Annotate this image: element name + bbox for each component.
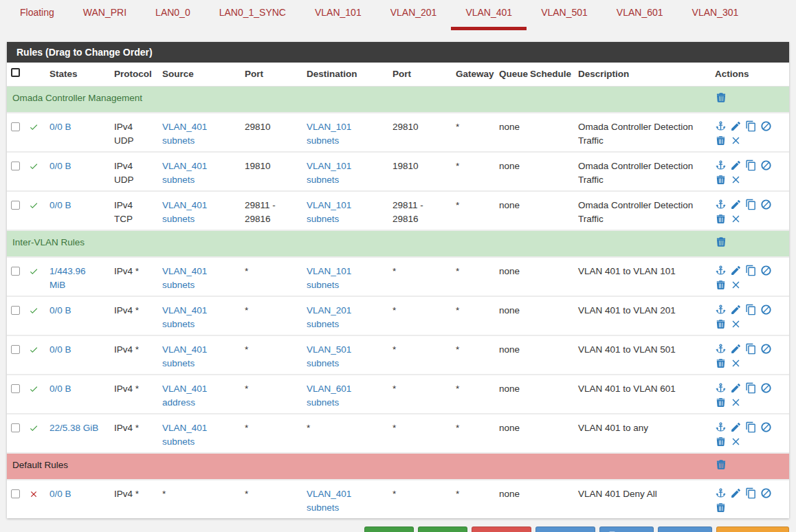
states-link[interactable]: 0/0 B bbox=[49, 161, 71, 171]
delete-icon[interactable] bbox=[715, 502, 727, 513]
rule-row[interactable]: 0/0 BIPv4 TCPVLAN_401 subnets29811 - 298… bbox=[7, 191, 789, 230]
rule-checkbox[interactable] bbox=[11, 201, 20, 210]
anchor-icon[interactable] bbox=[715, 120, 727, 132]
edit-icon[interactable] bbox=[730, 120, 742, 132]
destination-link[interactable]: VLAN_201 subnets bbox=[307, 305, 351, 329]
destination-link[interactable]: VLAN_101 subnets bbox=[307, 266, 351, 290]
rule-row[interactable]: 0/0 BIPv4 *VLAN_401 subnets*VLAN_501 sub… bbox=[7, 335, 789, 375]
delete-icon[interactable] bbox=[715, 318, 727, 330]
destination-link[interactable]: VLAN_101 subnets bbox=[307, 200, 351, 224]
disable-icon[interactable] bbox=[760, 487, 772, 499]
edit-icon[interactable] bbox=[730, 304, 742, 315]
source-link[interactable]: VLAN_401 subnets bbox=[162, 305, 207, 329]
anchor-icon[interactable] bbox=[715, 265, 727, 276]
copy-icon[interactable] bbox=[745, 487, 757, 499]
disable-icon[interactable] bbox=[760, 343, 772, 355]
anchor-icon[interactable] bbox=[715, 199, 727, 210]
copy-icon[interactable] bbox=[745, 265, 757, 276]
disable-icon[interactable] bbox=[760, 199, 772, 210]
delete-button[interactable]: Delete bbox=[472, 527, 531, 532]
rule-checkbox[interactable] bbox=[11, 267, 20, 276]
disable-icon[interactable] bbox=[760, 120, 772, 132]
source-link[interactable]: VLAN_401 subnets bbox=[162, 423, 207, 447]
delete-icon[interactable] bbox=[715, 436, 727, 447]
tab-vlan_601[interactable]: VLAN_601 bbox=[602, 0, 678, 30]
tab-floating[interactable]: Floating bbox=[5, 0, 69, 30]
close-icon[interactable] bbox=[730, 174, 742, 186]
tab-vlan_201[interactable]: VLAN_201 bbox=[376, 0, 452, 30]
tab-vlan_101[interactable]: VLAN_101 bbox=[300, 0, 376, 30]
anchor-icon[interactable] bbox=[715, 304, 727, 315]
rule-row[interactable]: 0/0 BIPv4 UDPVLAN_401 subnets29810VLAN_1… bbox=[7, 113, 789, 152]
rule-row[interactable]: 0/0 BIPv4 ***VLAN_401 subnets**noneVLAN … bbox=[7, 480, 789, 518]
disable-icon[interactable] bbox=[760, 304, 772, 315]
tab-vlan_501[interactable]: VLAN_501 bbox=[527, 0, 602, 30]
source-link[interactable]: VLAN_401 subnets bbox=[162, 344, 207, 368]
select-all-checkbox[interactable] bbox=[11, 68, 20, 77]
rule-row[interactable]: 0/0 BIPv4 *VLAN_401 subnets*VLAN_201 sub… bbox=[7, 296, 789, 335]
disable-icon[interactable] bbox=[760, 265, 772, 276]
rule-row[interactable]: 0/0 BIPv4 *VLAN_401 address*VLAN_601 sub… bbox=[7, 375, 789, 414]
tab-lan0_0[interactable]: LAN0_0 bbox=[141, 0, 205, 30]
toggle-button[interactable]: Toggle bbox=[535, 527, 595, 532]
tab-wan_pri[interactable]: WAN_PRI bbox=[69, 0, 141, 30]
states-link[interactable]: 0/0 B bbox=[49, 489, 71, 499]
disable-icon[interactable] bbox=[760, 159, 772, 171]
delete-icon[interactable] bbox=[715, 91, 727, 104]
close-icon[interactable] bbox=[730, 357, 742, 369]
copy-icon[interactable] bbox=[745, 343, 757, 355]
rule-checkbox[interactable] bbox=[11, 122, 20, 131]
tab-vlan_401[interactable]: VLAN_401 bbox=[451, 0, 527, 30]
close-icon[interactable] bbox=[730, 135, 742, 146]
close-icon[interactable] bbox=[730, 318, 742, 330]
rule-row[interactable]: 0/0 BIPv4 UDPVLAN_401 subnets19810VLAN_1… bbox=[7, 152, 789, 191]
anchor-icon[interactable] bbox=[715, 487, 727, 499]
add-button[interactable]: Add bbox=[364, 527, 414, 532]
close-icon[interactable] bbox=[730, 397, 742, 408]
edit-icon[interactable] bbox=[730, 421, 742, 433]
delete-icon[interactable] bbox=[715, 135, 727, 146]
states-link[interactable]: 0/0 B bbox=[49, 122, 71, 132]
edit-icon[interactable] bbox=[730, 159, 742, 171]
destination-link[interactable]: VLAN_101 subnets bbox=[307, 122, 351, 146]
disable-icon[interactable] bbox=[760, 421, 772, 433]
edit-icon[interactable] bbox=[730, 199, 742, 210]
rule-checkbox[interactable] bbox=[11, 345, 20, 354]
copy-icon[interactable] bbox=[745, 382, 757, 394]
tab-vlan_301[interactable]: VLAN_301 bbox=[678, 0, 753, 30]
source-link[interactable]: VLAN_401 subnets bbox=[162, 266, 207, 290]
anchor-icon[interactable] bbox=[715, 159, 727, 171]
copy-icon[interactable] bbox=[745, 120, 757, 132]
states-link[interactable]: 1/443.96 MiB bbox=[49, 266, 86, 290]
source-link[interactable]: VLAN_401 subnets bbox=[162, 200, 207, 224]
anchor-icon[interactable] bbox=[715, 343, 727, 355]
delete-icon[interactable] bbox=[715, 397, 727, 408]
close-icon[interactable] bbox=[730, 279, 742, 291]
edit-icon[interactable] bbox=[730, 265, 742, 276]
rule-row[interactable]: 1/443.96 MiBIPv4 *VLAN_401 subnets*VLAN_… bbox=[7, 257, 789, 296]
states-link[interactable]: 0/0 B bbox=[49, 305, 71, 315]
copy-icon[interactable] bbox=[745, 199, 757, 210]
delete-icon[interactable] bbox=[715, 279, 727, 291]
copy-button[interactable]: Copy bbox=[599, 527, 654, 532]
source-link[interactable]: VLAN_401 address bbox=[162, 384, 207, 408]
rule-checkbox[interactable] bbox=[11, 162, 20, 170]
source-link[interactable]: VLAN_401 subnets bbox=[162, 122, 207, 146]
states-link[interactable]: 0/0 B bbox=[49, 384, 71, 394]
rule-checkbox[interactable] bbox=[11, 423, 20, 432]
destination-link[interactable]: VLAN_501 subnets bbox=[307, 344, 351, 368]
source-link[interactable]: VLAN_401 subnets bbox=[162, 161, 207, 185]
close-icon[interactable] bbox=[730, 213, 742, 225]
delete-icon[interactable] bbox=[715, 213, 727, 225]
rule-row[interactable]: 22/5.38 GiBIPv4 *VLAN_401 subnets****non… bbox=[7, 414, 789, 453]
anchor-icon[interactable] bbox=[715, 382, 727, 394]
edit-icon[interactable] bbox=[730, 382, 742, 394]
delete-icon[interactable] bbox=[715, 236, 727, 248]
rule-checkbox[interactable] bbox=[11, 489, 20, 498]
add-button[interactable]: Add bbox=[418, 527, 467, 532]
destination-link[interactable]: VLAN_101 subnets bbox=[307, 161, 351, 185]
save-button[interactable]: Save bbox=[658, 527, 712, 532]
close-icon[interactable] bbox=[730, 436, 742, 447]
states-link[interactable]: 0/0 B bbox=[49, 200, 71, 210]
copy-icon[interactable] bbox=[745, 159, 757, 171]
